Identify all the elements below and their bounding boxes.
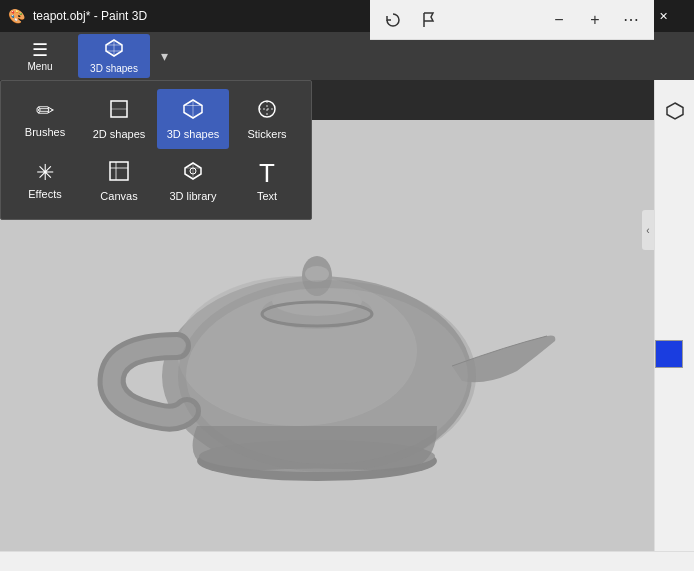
stickers-icon [256,98,278,124]
plus-icon: + [590,11,599,29]
3d-library-menu-item[interactable]: 3D library [157,151,229,211]
brushes-icon: ✏ [36,100,54,122]
2d-shapes-menu-item[interactable]: 2D shapes [83,89,155,149]
ribbon-expand-button[interactable]: ▾ [152,34,176,78]
flag-button[interactable] [414,5,444,35]
stickers-label: Stickers [247,128,286,140]
collapse-panel-button[interactable]: ‹ [642,210,654,250]
text-icon: T [259,160,275,186]
app-icon: 🎨 [8,8,25,24]
canvas-icon [108,160,130,186]
text-label: Text [257,190,277,202]
more-icon: ⋯ [623,10,639,29]
brushes-menu-item[interactable]: ✏ Brushes [9,89,81,149]
side-panel [654,80,694,551]
zoom-in-button[interactable]: + [580,5,610,35]
effects-label: Effects [28,188,61,200]
canvas-menu-item[interactable]: Canvas [83,151,155,211]
more-button[interactable]: ⋯ [616,5,646,35]
3d-object-button[interactable] [660,96,690,126]
canvas-label: Canvas [100,190,137,202]
3d-library-icon [182,160,204,186]
effects-icon: ✳ [36,162,54,184]
canvas-toolbar: − + ⋯ [370,0,654,40]
menu-icon: ☰ [32,41,48,59]
3d-shapes-ribbon-button[interactable]: 3D shapes [78,34,150,78]
stickers-menu-item[interactable]: Stickers [231,89,303,149]
3d-library-label: 3D library [169,190,216,202]
status-bar [0,551,694,571]
rotate-button[interactable] [378,5,408,35]
3d-shapes-icon [182,98,204,124]
2d-shapes-label: 2D shapes [93,128,146,140]
effects-menu-item[interactable]: ✳ Effects [9,151,81,211]
text-menu-item[interactable]: T Text [231,151,303,211]
3d-shapes-ribbon-icon [104,38,124,61]
3d-shapes-ribbon-label: 3D shapes [90,63,138,74]
color-swatch[interactable] [655,340,683,368]
menu-label: Menu [27,61,52,72]
3d-shapes-label: 3D shapes [167,128,220,140]
window-title: teapot.obj* - Paint 3D [33,9,147,23]
3d-shapes-menu-item[interactable]: 3D shapes [157,89,229,149]
brushes-label: Brushes [25,126,65,138]
zoom-out-button[interactable]: − [544,5,574,35]
menu-button[interactable]: ☰ Menu [4,34,76,78]
svg-point-14 [305,266,329,282]
dropdown-menu: ✏ Brushes 2D shapes 3D shapes S [0,80,312,220]
2d-shapes-icon [108,98,130,124]
svg-rect-5 [110,162,128,180]
minus-icon: − [554,11,563,29]
chevron-left-icon: ‹ [646,225,649,236]
